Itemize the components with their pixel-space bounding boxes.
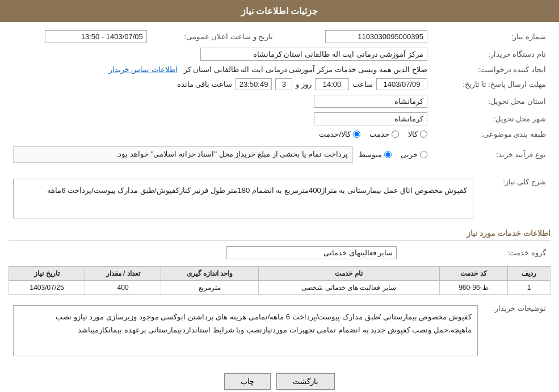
category-kala-radio[interactable] bbox=[420, 130, 427, 138]
back-button[interactable]: بازگشت bbox=[276, 373, 335, 390]
description-label: شرح کلی نیاز: bbox=[478, 173, 550, 224]
cell-row: 1 bbox=[508, 280, 550, 294]
province-label: استان محل تحویل: bbox=[432, 92, 550, 110]
category-khadamat-radio[interactable] bbox=[392, 130, 399, 138]
cell-unit: مترمربع bbox=[161, 280, 259, 294]
cell-code: ط-96-960 bbox=[439, 280, 508, 294]
deadline-days: 3 bbox=[275, 78, 292, 90]
col-unit: واحد اندازه گیری bbox=[161, 266, 259, 280]
announce-label: تاریخ و ساعت اعلان عمومی: bbox=[152, 28, 278, 45]
col-name: نام خدمت bbox=[258, 266, 439, 280]
description-value: کفپوش مخصوص اتاق عمل بیمارستانی به متراژ… bbox=[13, 179, 473, 218]
creator-value: صلاح الدین همه ویسی خدمات مرکز آموزشی در… bbox=[184, 65, 427, 74]
page-title: جزئیات اطلاعات نیاز bbox=[241, 6, 318, 16]
deadline-time-label: ساعت bbox=[352, 80, 373, 88]
deadline-date: 1403/07/09 bbox=[376, 78, 427, 90]
creator-link[interactable]: اطلاعات تماس خریدار bbox=[109, 65, 178, 74]
category-kala-option[interactable]: کالا bbox=[408, 130, 427, 138]
table-row: 1ط-96-960سایر فعالیت های خدماتی شخصیمترم… bbox=[9, 280, 550, 294]
process-motovaset-radio[interactable] bbox=[384, 151, 392, 158]
col-row: ردیف bbox=[508, 266, 550, 280]
process-motovaset-option[interactable]: متوسط bbox=[359, 150, 392, 159]
buyer-note-value: کفپوش مخصوص بیمارستانی /طبق مدارک پیوست/… bbox=[13, 305, 478, 356]
process-motovaset-label: متوسط bbox=[359, 150, 382, 159]
city-value: کرمانشاه bbox=[314, 112, 427, 125]
category-kala-label: کالا bbox=[408, 130, 418, 138]
cell-name: سایر فعالیت های خدماتی شخصی bbox=[258, 280, 439, 294]
deadline-remaining-label: ساعت باقی مانده bbox=[177, 80, 232, 88]
cell-date: 1403/07/25 bbox=[9, 280, 85, 294]
deadline-label: مهلت ارسال پاسخ: تا تاریخ: bbox=[432, 76, 550, 92]
process-jazyi-option[interactable]: جزیی bbox=[401, 150, 427, 159]
process-jazyi-label: جزیی bbox=[401, 150, 418, 159]
category-khadamat-label: خدمت bbox=[369, 130, 389, 138]
deadline-time: 14:00 bbox=[315, 78, 349, 90]
category-kala-khadamat-option[interactable]: کالا/خدمت bbox=[319, 130, 360, 138]
page-header: جزئیات اطلاعات نیاز bbox=[0, 0, 559, 22]
city-label: شهر محل تحویل: bbox=[432, 110, 550, 128]
button-bar: بازگشت چاپ bbox=[9, 366, 550, 392]
buyer-note-label: توضیحات خریدار: bbox=[482, 300, 550, 362]
services-table: ردیف کد خدمت نام خدمت واحد اندازه گیری ت… bbox=[9, 266, 550, 295]
service-group-value: سایر فعالیتهای خدماتی bbox=[226, 246, 397, 259]
deadline-days-label: روز و bbox=[296, 80, 312, 88]
request-number-value: 1103030095000395 bbox=[325, 30, 427, 43]
request-number-label: شماره نیاز: bbox=[432, 28, 550, 45]
col-date: تاریخ نیاز bbox=[9, 266, 85, 280]
process-jazyi-radio[interactable] bbox=[420, 151, 427, 158]
category-label: طبقه بندی موضوعی: bbox=[432, 128, 550, 141]
announce-value: 1403/07/05 - 13:50 bbox=[45, 30, 147, 43]
col-count: تعداد / مقدار bbox=[85, 266, 161, 280]
process-label: نوع فرآیند خرید: bbox=[432, 141, 550, 168]
service-group-label: گروه خدمت: bbox=[401, 244, 550, 262]
process-notice: پرداخت تمام یا بخشی از مبلغ خریداز محل "… bbox=[13, 146, 353, 163]
category-kala-khadamat-label: کالا/خدمت bbox=[319, 130, 351, 138]
cell-count: 400 bbox=[85, 280, 161, 294]
buyer-name-label: نام دستگاه خریدار: bbox=[432, 45, 550, 63]
category-kala-khadamat-radio[interactable] bbox=[353, 130, 360, 138]
deadline-remaining-value: 23:50:49 bbox=[236, 78, 272, 90]
col-code: کد خدمت bbox=[439, 266, 508, 280]
print-button[interactable]: چاپ bbox=[224, 373, 271, 390]
buyer-name-value: مرکز آموزشی درمانی ایت اله طالقانی استان… bbox=[200, 48, 427, 61]
services-section-title: اطلاعات خدمات مورد نیاز bbox=[9, 229, 550, 241]
province-value: کرمانشاه bbox=[314, 95, 427, 108]
category-khadamat-option[interactable]: خدمت bbox=[369, 130, 399, 138]
creator-label: ایجاد کننده درخواست: bbox=[432, 63, 550, 76]
